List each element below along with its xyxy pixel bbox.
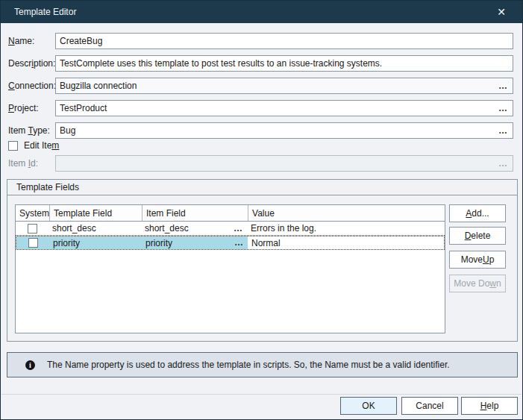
item-type-label: Item Type: bbox=[8, 125, 55, 136]
item-type-ellipsis-button[interactable]: … bbox=[498, 127, 508, 134]
table-row-selected[interactable]: priority priority … Normal bbox=[16, 236, 445, 250]
header-system[interactable]: System bbox=[16, 205, 50, 221]
description-row: Description: TestComplete uses this temp… bbox=[8, 55, 513, 72]
connection-value: Bugzilla connection bbox=[60, 81, 498, 91]
template-fields-caption: Template Fields bbox=[7, 180, 517, 195]
table-header-row: System Template Field Item Field Value bbox=[16, 205, 445, 222]
cancel-button[interactable]: Cancel bbox=[401, 397, 458, 415]
ok-button[interactable]: OK bbox=[340, 397, 397, 415]
item-id-ellipsis-button: … bbox=[498, 160, 508, 167]
item-field-ellipsis-button[interactable]: … bbox=[234, 239, 244, 246]
close-icon[interactable]: ✕ bbox=[489, 1, 513, 23]
connection-ellipsis-button[interactable]: … bbox=[498, 82, 508, 90]
template-field-cell[interactable]: priority bbox=[49, 236, 142, 249]
project-value: TestProduct bbox=[60, 103, 498, 113]
move-down-button: Move Down bbox=[449, 275, 506, 292]
description-input[interactable]: TestComplete uses this template to post … bbox=[55, 55, 513, 72]
template-editor-dialog: Template Editor ✕ Name: CreateBug Descri… bbox=[0, 0, 523, 420]
add-button[interactable]: Add... bbox=[449, 204, 506, 222]
connection-label: Connection: bbox=[8, 81, 55, 91]
titlebar: Template Editor ✕ bbox=[1, 1, 522, 23]
template-field-cell[interactable]: short_desc bbox=[48, 222, 141, 235]
header-item-field[interactable]: Item Field bbox=[143, 205, 248, 221]
item-field-text: short_desc bbox=[145, 223, 189, 233]
name-value: CreateBug bbox=[60, 36, 508, 46]
header-value[interactable]: Value bbox=[248, 205, 445, 221]
connection-input[interactable]: Bugzilla connection … bbox=[55, 78, 513, 94]
system-checkbox[interactable] bbox=[28, 224, 37, 233]
template-fields-table[interactable]: System Template Field Item Field Value s… bbox=[15, 204, 445, 333]
move-up-button[interactable]: Move Up bbox=[449, 251, 506, 269]
item-id-row: Item Id: … bbox=[8, 155, 513, 172]
item-type-input[interactable]: Bug … bbox=[55, 122, 513, 139]
name-input[interactable]: CreateBug bbox=[55, 33, 513, 49]
project-label: Project: bbox=[8, 103, 55, 113]
edit-item-checkbox[interactable] bbox=[8, 141, 18, 151]
description-label: Description: bbox=[8, 58, 55, 69]
system-cell bbox=[16, 222, 48, 235]
connection-row: Connection: Bugzilla connection … bbox=[8, 78, 513, 94]
project-input[interactable]: TestProduct … bbox=[55, 100, 513, 116]
item-field-cell[interactable]: short_desc … bbox=[141, 222, 247, 235]
system-cell bbox=[16, 236, 49, 249]
item-field-cell[interactable]: priority … bbox=[142, 236, 248, 249]
edit-item-row: Edit Item bbox=[8, 140, 59, 151]
info-bar: i The Name property is used to address t… bbox=[7, 352, 518, 377]
table-row[interactable]: short_desc short_desc … Errors in the lo… bbox=[16, 222, 445, 236]
item-id-input: … bbox=[55, 155, 513, 172]
item-type-value: Bug bbox=[60, 125, 498, 136]
window-title: Template Editor bbox=[1, 7, 76, 17]
system-checkbox[interactable] bbox=[28, 238, 38, 248]
delete-button[interactable]: Delete bbox=[449, 227, 506, 245]
value-cell[interactable]: Errors in the log. bbox=[247, 222, 445, 235]
value-cell[interactable]: Normal bbox=[248, 236, 444, 249]
project-row: Project: TestProduct … bbox=[8, 100, 513, 116]
name-row: Name: CreateBug bbox=[8, 33, 513, 49]
header-template-field[interactable]: Template Field bbox=[50, 205, 143, 221]
name-label: Name: bbox=[8, 36, 55, 46]
item-field-ellipsis-button[interactable]: … bbox=[234, 225, 243, 232]
footer-separator bbox=[1, 394, 522, 395]
description-value: TestComplete uses this template to post … bbox=[60, 58, 508, 69]
item-field-text: priority bbox=[145, 238, 172, 248]
item-type-row: Item Type: Bug … bbox=[8, 122, 513, 139]
item-id-label: Item Id: bbox=[8, 158, 55, 169]
project-ellipsis-button[interactable]: … bbox=[498, 104, 508, 112]
info-icon: i bbox=[25, 360, 35, 370]
help-button[interactable]: Help bbox=[461, 397, 518, 415]
edit-item-label[interactable]: Edit Item bbox=[24, 140, 59, 151]
info-text: The Name property is used to address the… bbox=[47, 360, 450, 370]
template-fields-groupbox: Template Fields System Template Field It… bbox=[7, 179, 518, 342]
